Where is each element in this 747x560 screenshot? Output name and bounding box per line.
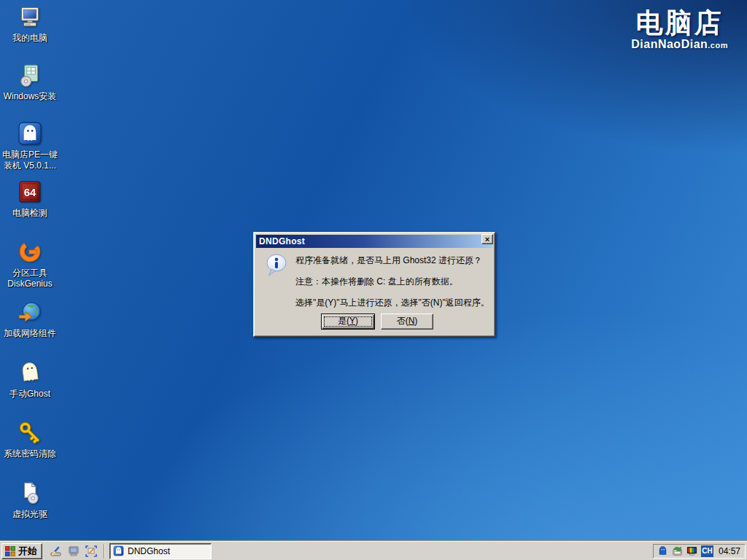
taskbar-clock[interactable]: 04:57 [719,546,740,556]
quick-launch [50,545,98,558]
desktop-icon-manual-ghost[interactable]: 手动Ghost [0,360,60,400]
desktop-icon-label: 分区工具 DiskGenius [0,268,60,289]
display-tray-icon[interactable] [686,545,698,557]
desktop-icon-windows-install[interactable]: Windows安装 [0,63,60,102]
taskbar: 开始 [0,541,747,560]
ghost-tray-icon[interactable] [657,545,669,557]
dialog-message-line: 注意：本操作将删除 C: 盘上的所有数据。 [295,276,458,288]
computer-icon [18,4,42,29]
task-button-dndghost[interactable]: DNDGhost [109,543,212,559]
task-button-label: DNDGhost [128,546,170,556]
start-label: 开始 [18,545,37,558]
gold-key-icon [18,420,42,445]
blue-ghost-icon [113,545,124,556]
no-button[interactable]: 否(N) [381,314,433,330]
desktop-icon-my-computer[interactable]: 我的电脑 [0,4,60,44]
desktop-icon-label: Windows安装 [0,91,60,102]
start-button[interactable]: 开始 [1,543,42,559]
dialog-message-line: 程序准备就绪，是否马上用 Ghost32 进行还原？ [295,254,482,267]
ramdisk-tray-icon[interactable] [672,545,684,557]
dialog-titlebar[interactable]: DNDGhost [256,235,492,248]
desktop-icon-pc-detect[interactable]: 64 电脑检测 [0,179,60,219]
brand-logo: 电脑店 DianNaoDian.com [631,9,728,51]
desktop-icon-label: 虚拟光驱 [0,509,60,520]
taskbar-separator [104,544,105,559]
desktop-icon-label: 我的电脑 [0,33,60,44]
start-grid-icon [5,546,15,556]
globe-arrow-icon [18,300,42,324]
dndghost-dialog: DNDGhost × 程序准备就绪，是否马上用 Ghost32 进行还原？ 注意… [253,232,495,337]
pe-desktop: { "desktop": { "logo": { "title": "电脑店",… [0,0,747,560]
display-properties-icon[interactable] [85,545,98,558]
desktop-icon-password-clear[interactable]: 系统密码清除 [0,420,60,459]
install-disc-icon [18,63,42,88]
desktop-icon-label: 加载网络组件 [0,328,60,339]
brand-title: 电脑店 [631,9,728,38]
desktop-icon-label: 电脑检测 [0,208,60,219]
doc-disc-icon [18,481,42,505]
desktop-cleanup-icon[interactable] [50,545,63,558]
diskgenius-g-icon [18,239,42,264]
desktop-icon-label: 系统密码清除 [0,448,60,459]
system-tray: CH 04:57 [653,544,746,559]
white-ghost-icon [18,360,42,385]
desktop-icon-diskgenius[interactable]: 分区工具 DiskGenius [0,239,60,289]
info-icon [263,252,290,279]
computer-quicklaunch-icon[interactable] [67,545,80,558]
blue-ghost-icon [18,121,42,146]
desktop-icon-label: 电脑店PE一键 装机 V5.0.1... [0,149,60,171]
detect-64-icon: 64 [18,179,42,204]
desktop-icon-virtual-cdrom[interactable]: 虚拟光驱 [0,481,60,520]
brand-subtitle: DianNaoDian.com [631,38,728,51]
language-indicator[interactable]: CH [701,545,713,557]
close-icon[interactable]: × [481,234,493,244]
desktop-icon-load-network[interactable]: 加载网络组件 [0,300,60,339]
dialog-message-line: 选择"是(Y)"马上进行还原，选择"否(N)"返回程序。 [295,297,489,309]
dialog-title: DNDGhost [259,236,305,246]
desktop-icon-label: 手动Ghost [0,389,60,400]
yes-button[interactable]: 是(Y) [321,314,375,330]
svg-text:64: 64 [24,187,36,198]
desktop-icon-pe-one-key-install[interactable]: 电脑店PE一键 装机 V5.0.1... [0,121,60,171]
